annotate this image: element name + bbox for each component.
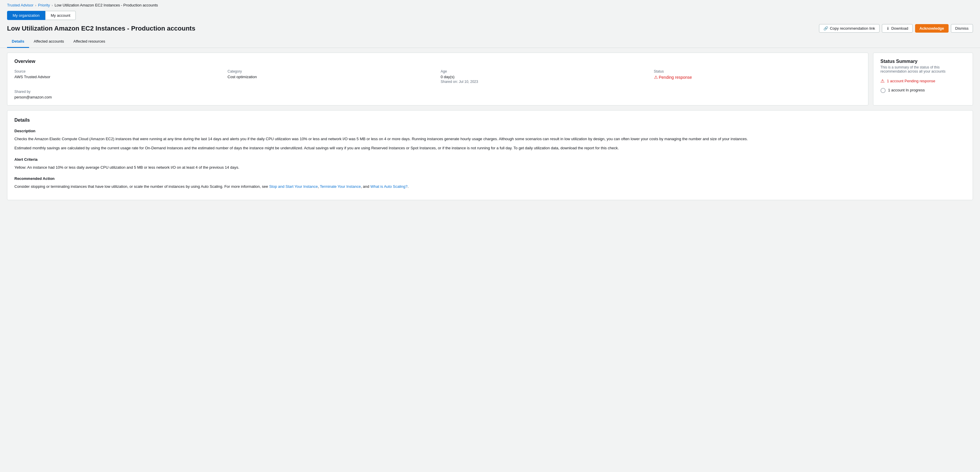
comma-1: , bbox=[318, 184, 320, 189]
download-button[interactable]: ⇓ Download bbox=[882, 24, 913, 33]
dismiss-label: Dismiss bbox=[955, 26, 969, 30]
copy-icon: 🔗 bbox=[823, 26, 828, 30]
details-title: Details bbox=[14, 118, 966, 123]
tab-details[interactable]: Details bbox=[7, 35, 29, 48]
recommended-suffix: . bbox=[407, 184, 409, 189]
description-para1: Checks the Amazon Elastic Compute Cloud … bbox=[14, 136, 966, 142]
copy-link-label: Copy recommendation link bbox=[830, 26, 875, 30]
header-actions: 🔗 Copy recommendation link ⇓ Download Ac… bbox=[819, 24, 973, 33]
acknowledge-button[interactable]: Acknowledge bbox=[915, 24, 948, 33]
link-terminate[interactable]: Terminate Your Instance bbox=[320, 184, 361, 189]
status-value: ⚠ Pending response bbox=[654, 75, 861, 80]
overview-grid: Source AWS Trusted Advisor Category Cost… bbox=[14, 69, 861, 84]
tab-affected-accounts[interactable]: Affected accounts bbox=[29, 35, 69, 48]
page-wrapper: Trusted Advisor › Priority › Low Utiliza… bbox=[0, 0, 980, 472]
shared-by-field: Shared by person@amazon.com bbox=[14, 89, 861, 99]
age-label: Age bbox=[441, 69, 648, 73]
status-item-pending: ⚠ 1 account Pending response bbox=[880, 78, 966, 84]
alert-label: Alert Criteria bbox=[14, 157, 966, 162]
content-tabs: Details Affected accounts Affected resou… bbox=[0, 35, 980, 48]
link-auto-scaling[interactable]: What is Auto Scaling? bbox=[371, 184, 407, 189]
inprogress-text: 1 account In progress bbox=[888, 88, 925, 92]
page-title: Low Utilization Amazon EC2 Instances - P… bbox=[7, 25, 196, 32]
status-field: Status ⚠ Pending response bbox=[654, 69, 861, 84]
alert-text: Yellow: An instance had 10% or less dail… bbox=[14, 164, 966, 171]
status-item-inprogress: ◯ 1 account In progress bbox=[880, 87, 966, 93]
overview-card: Overview Source AWS Trusted Advisor Cate… bbox=[7, 53, 869, 105]
acknowledge-label: Acknowledge bbox=[920, 26, 944, 30]
status-summary-title: Status Summary bbox=[880, 59, 966, 64]
breadcrumb-trusted-advisor[interactable]: Trusted Advisor bbox=[7, 3, 33, 7]
status-summary-subtitle: This is a summary of the status of this … bbox=[880, 65, 966, 73]
tab-affected-resources[interactable]: Affected resources bbox=[69, 35, 110, 48]
breadcrumb-sep-1: › bbox=[35, 3, 37, 7]
download-icon: ⇓ bbox=[886, 26, 889, 30]
shared-by-value: person@amazon.com bbox=[14, 95, 861, 99]
breadcrumb-sep-2: › bbox=[52, 3, 53, 7]
tab-my-account[interactable]: My account bbox=[45, 11, 76, 20]
main-content: Overview Source AWS Trusted Advisor Cate… bbox=[0, 48, 980, 205]
status-pending-text: Pending response bbox=[659, 75, 692, 80]
category-field: Category Cost optimization bbox=[228, 69, 435, 84]
shared-by-label: Shared by bbox=[14, 89, 861, 94]
description-para2: Estimated monthly savings are calculated… bbox=[14, 145, 966, 151]
recommended-prefix: Consider stopping or terminating instanc… bbox=[14, 184, 269, 189]
tab-my-organization[interactable]: My organization bbox=[7, 11, 45, 20]
overview-title: Overview bbox=[14, 59, 861, 64]
top-row: Overview Source AWS Trusted Advisor Cate… bbox=[7, 53, 973, 105]
description-label: Description bbox=[14, 129, 966, 133]
age-field: Age 0 day(s) Shared on: Jul 10, 2023 bbox=[441, 69, 648, 84]
age-value: 0 day(s) bbox=[441, 75, 648, 79]
breadcrumb-current: Low Utilization Amazon EC2 Instances - P… bbox=[55, 3, 158, 7]
source-field: Source AWS Trusted Advisor bbox=[14, 69, 222, 84]
status-pending-icon: ⚠ bbox=[654, 75, 658, 80]
download-label: Download bbox=[891, 26, 908, 30]
status-summary-card: Status Summary This is a summary of the … bbox=[873, 53, 973, 105]
pending-link[interactable]: 1 account Pending response bbox=[887, 79, 935, 83]
source-value: AWS Trusted Advisor bbox=[14, 75, 222, 79]
comma-2: , and bbox=[361, 184, 371, 189]
recommended-text: Consider stopping or terminating instanc… bbox=[14, 184, 966, 190]
source-label: Source bbox=[14, 69, 222, 73]
breadcrumb-priority[interactable]: Priority bbox=[38, 3, 50, 7]
category-label: Category bbox=[228, 69, 435, 73]
copy-link-button[interactable]: 🔗 Copy recommendation link bbox=[819, 24, 880, 33]
org-tabs: My organization My account bbox=[0, 9, 980, 20]
age-shared: Shared on: Jul 10, 2023 bbox=[441, 80, 648, 84]
category-value: Cost optimization bbox=[228, 75, 435, 79]
dismiss-button[interactable]: Dismiss bbox=[951, 24, 973, 33]
details-card: Details Description Checks the Amazon El… bbox=[7, 110, 973, 200]
status-label: Status bbox=[654, 69, 861, 73]
link-stop-start[interactable]: Stop and Start Your Instance bbox=[269, 184, 318, 189]
inprogress-icon: ◯ bbox=[880, 87, 886, 93]
breadcrumb: Trusted Advisor › Priority › Low Utiliza… bbox=[0, 0, 980, 9]
pending-icon: ⚠ bbox=[880, 78, 885, 84]
recommended-label: Recommended Action bbox=[14, 176, 966, 181]
page-header: Low Utilization Amazon EC2 Instances - P… bbox=[0, 20, 980, 35]
